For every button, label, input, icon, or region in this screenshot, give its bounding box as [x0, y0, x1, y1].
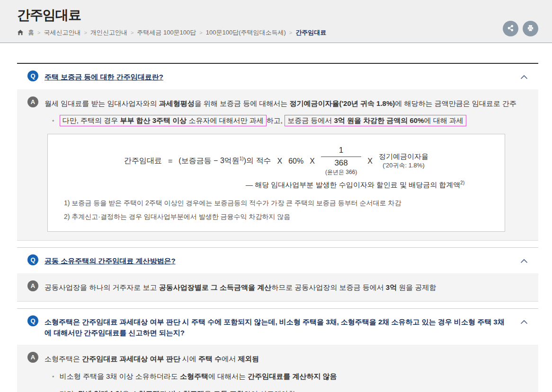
page-actions: [503, 21, 538, 36]
fraction-note: (윤년은 366): [321, 168, 361, 176]
bullet-text-1: 비소형 주택을 3채 이상 소유하더라도 소형주택에 대해서는 간주임대료를 계…: [60, 372, 337, 380]
q-badge: Q: [27, 70, 38, 81]
formula-times: X: [310, 157, 315, 166]
breadcrumb-separator: >: [289, 30, 292, 35]
a-badge: A: [27, 352, 38, 363]
answer-line: A 소형주택은 간주임대료 과세대상 여부 판단 시에 주택 수에서 제외됨: [27, 352, 524, 365]
breadcrumb-separator: >: [84, 30, 87, 35]
breadcrumb-separator: >: [37, 30, 40, 35]
breadcrumb-separator: >: [199, 30, 202, 35]
q-badge: Q: [27, 315, 38, 326]
chevron-up-icon[interactable]: [520, 73, 528, 78]
formula-rate: 정기예금이자율 ('20귀속: 1.8%): [379, 152, 428, 170]
breadcrumb-item-current: 간주임대료: [295, 28, 326, 37]
formula-equals: =: [168, 157, 172, 166]
breadcrumb-item-3[interactable]: 주택세금 100문100답: [137, 28, 196, 37]
answer-text-3: 소형주택은 간주임대료 과세대상 여부 판단 시에 주택 수에서 제외됨: [45, 352, 259, 365]
printer-icon: [526, 24, 534, 34]
breadcrumb-item-home[interactable]: 홈: [28, 28, 34, 37]
print-button[interactable]: [523, 21, 538, 36]
fraction-denominator: 368: [321, 157, 361, 168]
a-badge: A: [27, 280, 38, 291]
answer-bullet: • 비소형 주택을 3채 이상 소유하더라도 소형주택에 대해서는 간주임대료를…: [52, 371, 524, 382]
rate-label: 정기예금이자율: [379, 152, 428, 161]
breadcrumb-item-4[interactable]: 100문100답(주택임대소득세): [206, 28, 286, 37]
breadcrumb-item-1[interactable]: 국세신고안내: [44, 28, 80, 37]
page-header: 간주임대료 홈 > 국세신고안내 > 개인신고안내 > 주택세금 100문100…: [0, 0, 552, 43]
breadcrumb-item-2[interactable]: 개인신고안내: [90, 28, 127, 37]
question-title-2[interactable]: 공동 소유주택의 간주임대료 계산방법은?: [45, 254, 176, 267]
fraction-numerator: 1: [321, 146, 361, 157]
bullet-dot: •: [52, 117, 54, 124]
highlight-box-2: 보증금 등에서 3억 원을 차감한 금액의 60%에 대해 과세: [285, 115, 466, 126]
formula-minus-line: — 해당 임대사업부분 발생한 수입이자와 할인료 및 배당금의 합계액2): [57, 180, 495, 190]
formula-main-row: 간주임대료 = (보증금등 − 3억원1))의 적수 X 60% X 1 368…: [57, 146, 495, 176]
bullet-mid-text: 하고,: [267, 116, 283, 124]
formula-fraction: 1 368 (윤년은 366): [321, 146, 361, 176]
question-row-2[interactable]: Q 공동 소유주택의 간주임대료 계산방법은?: [17, 248, 538, 273]
answer-line: A 월세 임대료를 받는 임대사업자와의 과세형평성을 위해 보증금 등에 대해…: [27, 96, 524, 109]
formula-lhs: 간주임대료: [124, 156, 162, 166]
footnote-ref-2: 2): [460, 180, 464, 185]
share-button[interactable]: [503, 21, 518, 36]
answer-section-2: A 공동사업장을 하나의 거주자로 보고 공동사업장별로 그 소득금액을 계산하…: [17, 273, 538, 302]
answer-line: A 공동사업장을 하나의 거주자로 보고 공동사업장별로 그 소득금액을 계산하…: [27, 280, 524, 293]
question-title-1[interactable]: 주택 보증금 등에 대한 간주임대료란?: [45, 70, 163, 83]
formula-expression: (보증금등 − 3억원1))의 적수: [178, 156, 271, 166]
page-title: 간주임대료: [17, 6, 538, 24]
answer-section-1: A 월세 임대료를 받는 임대사업자와의 과세형평성을 위해 보증금 등에 대해…: [17, 89, 538, 241]
question-row-3[interactable]: Q 소형주택은 간주임대료 과세대상 여부 판단 시 주택 수에 포함되지 않는…: [17, 309, 538, 345]
answer-section-3: A 소형주택은 간주임대료 과세대상 여부 판단 시에 주택 수에서 제외됨 •…: [17, 345, 538, 392]
chevron-up-icon[interactable]: [520, 257, 528, 261]
footnote-ref-1: 1): [240, 156, 244, 161]
bullet-dot: •: [52, 373, 54, 380]
answer-bullet-1: • 다만, 주택의 경우 부부 합산 3주택 이상 소유자에 대해서만 과세하고…: [52, 115, 524, 126]
qa-block-1: Q 주택 보증금 등에 대한 간주임대료란? A 월세 임대료를 받는 임대사업…: [17, 63, 538, 241]
answer-text-1: 월세 임대료를 받는 임대사업자와의 과세형평성을 위해 보증금 등에 대해서는…: [45, 96, 516, 109]
formula-footnote-2: 2) 추계신고·결정하는 경우 임대사업부분에서 발생한 금융수익 차감하지 않…: [64, 212, 495, 222]
formula-percent: 60%: [288, 157, 303, 166]
question-row-1[interactable]: Q 주택 보증금 등에 대한 간주임대료란?: [17, 64, 538, 89]
highlight-box-1: 다만, 주택의 경우 부부 합산 3주택 이상 소유자에 대해서만 과세: [60, 115, 267, 126]
formula-times: X: [367, 157, 373, 166]
answer-bullet: • 다만, 월세 임대수입은 소형주택과 비소형주택을 모두 포함하여 신고해야…: [52, 388, 524, 392]
q-badge: Q: [27, 254, 38, 265]
formula-footnote-1: 1) 보증금 등을 받은 주택이 2주택 이상인 경우에는 보증금등의 적수가 …: [64, 198, 495, 208]
rate-value: ('20귀속: 1.8%): [379, 161, 428, 170]
bullet-text-2: 다만, 월세 임대수입은 소형주택과 비소형주택을 모두 포함하여 신고해야함: [60, 390, 295, 392]
qa-block-2: Q 공동 소유주택의 간주임대료 계산방법은? A 공동사업장을 하나의 거주자…: [17, 247, 538, 302]
qa-content: Q 주택 보증금 등에 대한 간주임대료란? A 월세 임대료를 받는 임대사업…: [17, 63, 538, 392]
home-icon: [17, 29, 24, 36]
breadcrumb: 홈 > 국세신고안내 > 개인신고안내 > 주택세금 100문100답 > 10…: [17, 28, 538, 37]
breadcrumb-separator: >: [131, 30, 134, 35]
question-title-3[interactable]: 소형주택은 간주임대료 과세대상 여부 판단 시 주택 수에 포함되지 않는데,…: [45, 315, 510, 338]
formula-footnotes: 1) 보증금 등을 받은 주택이 2주택 이상인 경우에는 보증금등의 적수가 …: [64, 198, 495, 222]
share-nodes-icon: [507, 24, 515, 34]
formula-times: X: [277, 157, 282, 166]
chevron-up-icon[interactable]: [520, 318, 528, 322]
a-badge: A: [27, 96, 38, 107]
bullet-dot: •: [52, 391, 54, 392]
answer-text-2: 공동사업장을 하나의 거주자로 보고 공동사업장별로 그 소득금액을 계산하므로…: [45, 280, 436, 293]
qa-block-3: Q 소형주택은 간주임대료 과세대상 여부 판단 시 주택 수에 포함되지 않는…: [17, 308, 538, 392]
formula-box: 간주임대료 = (보증금등 − 3억원1))의 적수 X 60% X 1 368…: [47, 134, 505, 232]
